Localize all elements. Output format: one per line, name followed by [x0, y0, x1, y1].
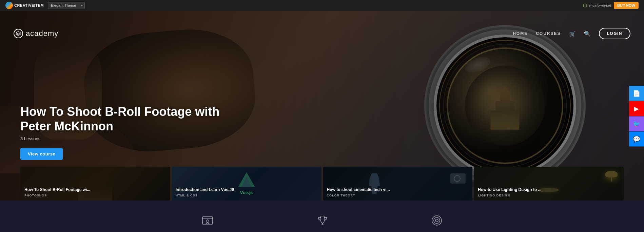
theme-select-wrapper[interactable]: Elegant Theme Dark Theme Light Theme: [48, 2, 85, 9]
top-bar-left: CREATIVEITEM Elegant Theme Dark Theme Li…: [5, 2, 85, 9]
envato-text: envatomarket: [588, 3, 611, 7]
card4-category: LIGHTING DESIGN: [478, 194, 620, 197]
hero-subtitle: 3 Lessons: [20, 136, 224, 141]
course-card-1[interactable]: How To Shoot B-Roll Footage wi... PHOTOS…: [20, 167, 170, 201]
widget-twitter-button[interactable]: 🐦: [629, 116, 644, 131]
card3-overlay: How to shoot cinematic tech vi... COLOR …: [323, 167, 473, 201]
course-card-3[interactable]: How to shoot cinematic tech vi... COLOR …: [323, 167, 473, 201]
card3-category: COLOR THEORY: [327, 194, 469, 197]
courses-icon: [186, 214, 229, 229]
login-button[interactable]: LOGIN: [599, 28, 631, 39]
card2-title: Introduction and Learn Vue.JS: [176, 187, 317, 193]
cart-icon[interactable]: 🛒: [569, 30, 576, 37]
widget-youtube-button[interactable]: ▶: [629, 101, 644, 116]
top-bar: CREATIVEITEM Elegant Theme Dark Theme Li…: [0, 0, 644, 11]
academy-logo[interactable]: academy: [14, 29, 58, 38]
creativeitem-brand: CREATIVEITEM: [14, 3, 44, 7]
nav-right: HOME COURSES 🛒 🔍 LOGIN: [513, 28, 630, 39]
card1-title: How To Shoot B-Roll Footage wi...: [24, 187, 166, 193]
target-icon: [416, 214, 458, 229]
stat-lifetime: Lifetime access Learn on your schedule: [416, 214, 458, 232]
top-bar-right: ⬡ envatomarket BUY NOW: [583, 2, 639, 9]
envato-icon: ⬡: [583, 3, 587, 8]
creativeitem-logo: CREATIVEITEM: [5, 2, 44, 9]
widget-messenger-button[interactable]: 💬: [629, 131, 644, 146]
nav-courses[interactable]: COURSES: [536, 31, 561, 36]
stat-expert: Expert instruction Find the right course…: [297, 214, 348, 232]
hero-content: How To Shoot B-Roll Footage with Peter M…: [20, 104, 224, 160]
course-cards-row: How To Shoot B-Roll Footage wi... PHOTOS…: [0, 167, 644, 201]
footer-stats: 13 Online courses Explore your knowledge…: [0, 201, 644, 232]
view-course-button[interactable]: View course: [20, 148, 63, 160]
trophy-icon: [297, 214, 348, 229]
svg-point-6: [435, 219, 438, 222]
course-card-4[interactable]: How to Use Lighting Design to ... LIGHTI…: [474, 167, 624, 201]
card4-title: How to Use Lighting Design to ...: [478, 187, 620, 193]
hero-section: academy HOME COURSES 🛒 🔍 LOGIN How To Sh…: [0, 11, 644, 201]
search-icon[interactable]: 🔍: [584, 30, 591, 37]
card1-category: PHOTOSHOP: [24, 194, 166, 197]
envato-logo: ⬡ envatomarket: [583, 3, 611, 8]
creativeitem-logo-icon: [5, 2, 13, 9]
course-card-2[interactable]: Vue.js Introduction and Learn Vue.JS HTM…: [172, 167, 321, 201]
card3-title: How to shoot cinematic tech vi...: [327, 187, 469, 193]
main-nav: academy HOME COURSES 🛒 🔍 LOGIN: [0, 22, 644, 45]
card4-overlay: How to Use Lighting Design to ... LIGHTI…: [474, 167, 624, 201]
hero-title: How To Shoot B-Roll Footage with Peter M…: [20, 104, 224, 133]
card2-category: HTML & CSS: [176, 194, 317, 197]
theme-dropdown[interactable]: Elegant Theme Dark Theme Light Theme: [48, 2, 85, 9]
svg-point-3: [206, 220, 209, 223]
buy-now-button[interactable]: BUY NOW: [614, 2, 639, 9]
widget-doc-button[interactable]: 📄: [629, 86, 644, 101]
svg-point-5: [434, 217, 440, 224]
card1-overlay: How To Shoot B-Roll Footage wi... PHOTOS…: [20, 167, 170, 201]
academy-logo-icon: [14, 29, 23, 38]
stat-courses: 13 Online courses Explore your knowledge: [186, 214, 229, 232]
card2-overlay: Introduction and Learn Vue.JS HTML & CSS: [172, 167, 321, 201]
nav-home[interactable]: HOME: [513, 31, 528, 36]
academy-logo-text: academy: [26, 29, 58, 38]
side-widgets: 📄 ▶ 🐦 💬: [629, 86, 644, 146]
